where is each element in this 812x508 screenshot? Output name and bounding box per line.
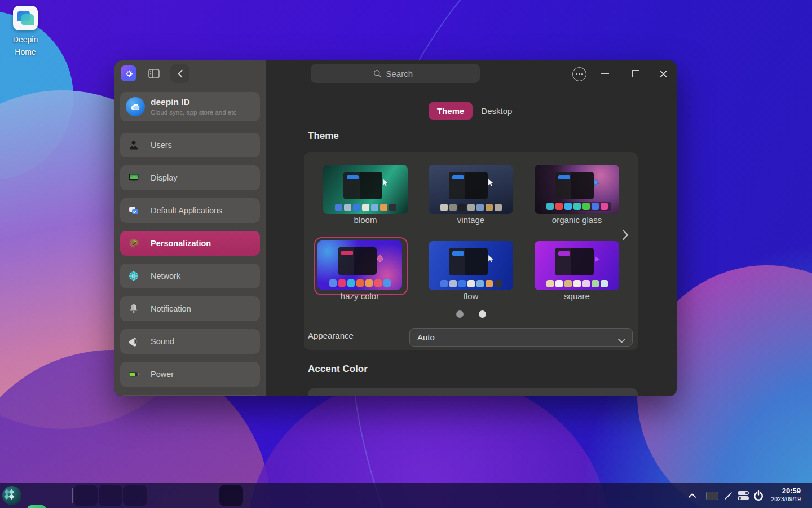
running-indicator: [123, 485, 147, 506]
tray-keyboard-button[interactable]: [706, 483, 718, 508]
tray-screen-tool-button[interactable]: [724, 483, 734, 508]
carousel-dots: [304, 310, 638, 318]
theme-label-hazy-color: hazy color: [317, 291, 402, 301]
tab-bar: Theme Desktop: [429, 102, 520, 120]
launcher-icon[interactable]: [2, 486, 21, 505]
mini-window: [449, 172, 488, 199]
personalization-icon: [128, 238, 139, 249]
mini-window: [555, 248, 594, 275]
mini-dock: [433, 203, 509, 211]
window-maximize-button[interactable]: [631, 67, 640, 80]
tray-toggles-button[interactable]: [738, 483, 750, 508]
control-center-window: deepin ID Cloud sync, app store and etc …: [114, 60, 677, 396]
theme-thumbnail-square[interactable]: [535, 241, 619, 290]
deepin-id-subtitle: Cloud sync, app store and etc: [151, 109, 236, 116]
chevron-down-icon: [618, 335, 625, 345]
mini-dock: [539, 279, 615, 287]
mini-dock: [542, 202, 611, 211]
tray-shutdown-button[interactable]: [753, 483, 765, 508]
appearance-dropdown[interactable]: Auto: [409, 328, 633, 347]
appearance-label: Appearance: [308, 331, 354, 340]
sidebar-item-network[interactable]: Network: [120, 264, 260, 288]
theme-thumbnail-flow[interactable]: [429, 241, 513, 290]
sidebar-item-default-applications[interactable]: Default Applications: [120, 198, 260, 223]
clock-date: 2023/09/19: [771, 496, 801, 503]
theme-thumbnail-hazy-color[interactable]: [317, 240, 402, 290]
running-indicator: [99, 485, 122, 506]
cursor-icon: [488, 178, 495, 187]
network-icon: [128, 270, 139, 282]
users-icon: [128, 139, 139, 151]
theme-thumbnail-vintage[interactable]: [429, 165, 513, 214]
display-icon: [128, 172, 139, 183]
mini-dock: [433, 279, 509, 287]
back-button[interactable]: [170, 64, 189, 83]
theme-label-organic-glass: organic glass: [535, 215, 619, 225]
section-title: Theme: [308, 130, 339, 142]
sidebar-item-notification[interactable]: Notification: [120, 296, 260, 321]
cursor-icon: [377, 254, 383, 262]
mini-window: [449, 248, 488, 275]
search-icon: [373, 69, 382, 78]
carousel-dot-2[interactable]: [479, 310, 486, 318]
carousel-next-button[interactable]: [620, 227, 631, 242]
active-app-indicator: [219, 485, 243, 506]
sidebar-toggle-button[interactable]: [148, 69, 160, 78]
toggles-icon: [738, 491, 749, 500]
tray-expand-button[interactable]: [688, 483, 697, 508]
power-battery-icon: [128, 369, 139, 380]
cursor-icon: [488, 255, 495, 263]
gear-icon: [124, 69, 134, 78]
notification-bell-icon: [128, 303, 139, 314]
default-applications-icon: [128, 205, 139, 216]
chevron-right-icon: [622, 229, 629, 240]
control-center-app-icon: [121, 65, 136, 81]
theme-thumbnail-organic-glass[interactable]: [535, 165, 619, 214]
power-icon: [753, 490, 764, 501]
tab-desktop[interactable]: Desktop: [473, 102, 520, 120]
sidebar-layout-icon: [148, 69, 160, 78]
window-close-button[interactable]: [659, 67, 668, 80]
accent-color-panel-edge: [308, 388, 638, 396]
main-content: Theme Desktop Theme: [266, 60, 677, 396]
theme-label-bloom: bloom: [323, 215, 408, 225]
search-box[interactable]: [311, 64, 480, 83]
task-list-app-icon[interactable]: [27, 505, 46, 508]
sound-speaker-icon: [128, 336, 139, 347]
desktop: Deepin Home deepin: [0, 0, 812, 508]
theme-label-square: square: [535, 291, 619, 301]
cursor-icon: [594, 255, 601, 263]
mini-window: [555, 172, 594, 199]
window-menu-button[interactable]: [572, 67, 586, 81]
deepin-id-cloud-icon: [126, 97, 145, 116]
mini-dock: [327, 203, 404, 211]
pen-icon: [724, 492, 732, 500]
sidebar-item-sound[interactable]: Sound: [120, 329, 260, 354]
chevron-left-icon: [178, 69, 183, 78]
sidebar-item-power[interactable]: Power: [120, 362, 260, 387]
cursor-icon: [594, 178, 601, 187]
taskbar: ♫ SEP 19 20:59 2023/09/1: [0, 483, 812, 508]
tab-theme[interactable]: Theme: [429, 102, 473, 120]
sidebar: deepin ID Cloud sync, app store and etc …: [114, 60, 266, 396]
deepin-home-icon: [13, 6, 38, 30]
sidebar-item-users[interactable]: Users: [120, 133, 260, 157]
theme-label-flow: flow: [429, 291, 513, 301]
sidebar-item-display[interactable]: Display: [120, 165, 260, 190]
mini-dock: [321, 279, 398, 287]
mini-window: [338, 247, 377, 275]
search-input[interactable]: [386, 69, 418, 78]
desktop-icon-deepin-home[interactable]: Deepin Home: [3, 6, 47, 58]
clock: 20:59 2023/09/19: [771, 487, 801, 503]
carousel-dot-1[interactable]: [456, 310, 464, 318]
theme-thumbnail-bloom[interactable]: [323, 165, 408, 214]
sidebar-item-partial: [120, 395, 260, 396]
cursor-icon: [382, 178, 389, 187]
appearance-value: Auto: [417, 332, 435, 342]
theme-panel: bloom vintage organic glass: [304, 152, 638, 350]
sidebar-item-personalization[interactable]: Personalization: [120, 231, 260, 256]
taskbar-separator: [72, 488, 73, 503]
chevron-up-icon: [688, 493, 696, 498]
sidebar-item-deepin-id[interactable]: deepin ID Cloud sync, app store and etc: [120, 92, 260, 121]
window-minimize-button[interactable]: [600, 67, 609, 80]
